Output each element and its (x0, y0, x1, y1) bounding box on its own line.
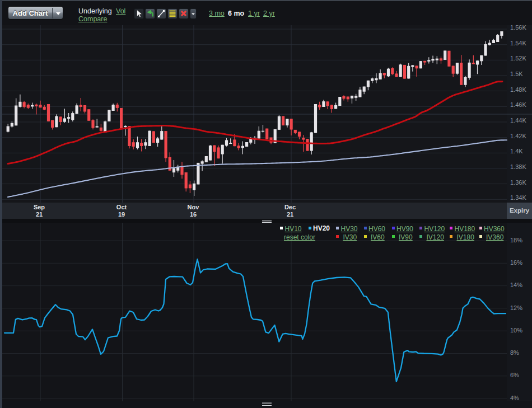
svg-text:4%: 4% (510, 395, 519, 401)
svg-text:1.36K: 1.36K (510, 179, 526, 186)
svg-text:18%: 18% (510, 237, 522, 243)
svg-text:1.38K: 1.38K (510, 163, 526, 170)
svg-text:1.5K: 1.5K (510, 71, 523, 77)
svg-text:1.54K: 1.54K (510, 40, 526, 46)
svg-text:16%: 16% (510, 259, 522, 266)
svg-text:1.48K: 1.48K (510, 86, 526, 93)
svg-text:8%: 8% (510, 349, 519, 356)
svg-text:1.52K: 1.52K (510, 55, 526, 62)
svg-text:1.42K: 1.42K (510, 133, 526, 139)
svg-text:1.56K: 1.56K (510, 25, 526, 31)
svg-text:1.44K: 1.44K (510, 117, 526, 124)
svg-text:6%: 6% (510, 372, 519, 378)
svg-text:1.46K: 1.46K (510, 101, 526, 108)
svg-text:1.34K: 1.34K (510, 194, 526, 201)
svg-text:1.4K: 1.4K (510, 148, 523, 154)
svg-text:12%: 12% (510, 304, 522, 311)
svg-text:10%: 10% (510, 327, 522, 334)
svg-text:14%: 14% (510, 282, 522, 288)
